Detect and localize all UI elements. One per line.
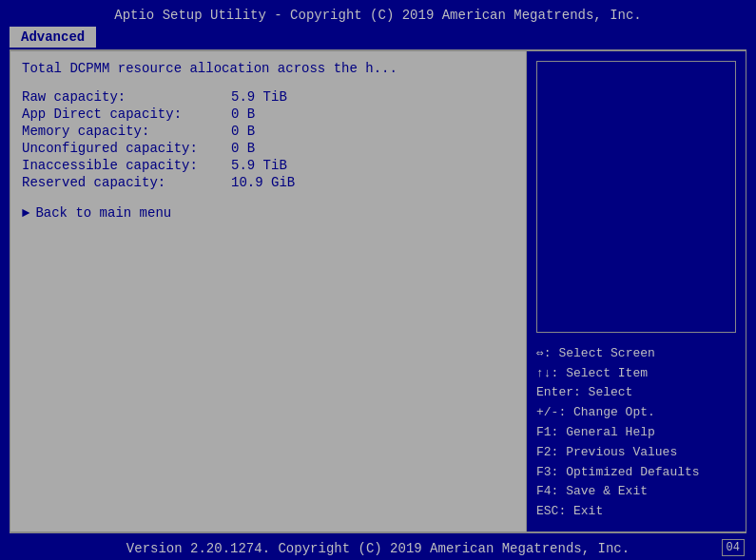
left-panel: Total DCPMM resource allocation across t… [10,51,527,531]
table-row: Memory capacity:0 B [22,124,514,139]
tab-advanced[interactable]: Advanced [10,27,96,48]
table-row: Inaccessible capacity:5.9 TiB [22,158,514,173]
keybinding-item: ⇔: Select Screen [536,344,736,364]
bottom-divider [10,532,746,533]
back-menu-label: Back to main menu [35,205,171,221]
capacity-label: App Direct capacity: [22,106,231,122]
table-row: Reserved capacity:10.9 GiB [22,175,514,190]
capacity-value: 5.9 TiB [231,158,287,173]
right-panel: ⇔: Select Screen↑↓: Select ItemEnter: Se… [527,51,746,531]
keybinding-item: ESC: Exit [536,502,736,522]
version-badge: 04 [722,539,745,556]
capacity-value: 5.9 TiB [231,89,287,105]
capacity-label: Raw capacity: [22,89,231,105]
capacity-value: 0 B [231,141,255,156]
keybinding-item: +/-: Change Opt. [536,403,736,423]
back-to-main-menu[interactable]: ► Back to main menu [22,205,514,221]
footer-bar: Version 2.20.1274. Copyright (C) 2019 Am… [0,535,756,560]
bios-screen: Aptio Setup Utility - Copyright (C) 2019… [0,0,756,560]
capacity-label: Unconfigured capacity: [22,141,231,156]
capacity-table: Raw capacity:5.9 TiBApp Direct capacity:… [22,89,514,190]
capacity-label: Reserved capacity: [22,175,231,190]
keybinding-item: F2: Previous Values [536,443,736,463]
section-title: Total DCPMM resource allocation across t… [22,61,514,76]
capacity-label: Memory capacity: [22,124,231,139]
capacity-value: 0 B [231,124,255,139]
main-content: Total DCPMM resource allocation across t… [10,50,746,532]
menu-arrow-icon: ► [22,205,29,221]
table-row: Unconfigured capacity:0 B [22,141,514,156]
footer-version: Version 2.20.1274. Copyright (C) 2019 Am… [126,541,630,556]
keybinding-item: F3: Optimized Defaults [536,463,736,483]
tab-bar: Advanced [0,27,756,48]
capacity-label: Inaccessible capacity: [22,158,231,173]
keybinding-item: F4: Save & Exit [536,482,736,502]
keybinding-item: Enter: Select [536,383,736,403]
table-row: App Direct capacity:0 B [22,106,514,122]
table-row: Raw capacity:5.9 TiB [22,89,514,105]
help-box [536,61,736,333]
header-bar: Aptio Setup Utility - Copyright (C) 2019… [0,0,756,27]
header-title: Aptio Setup Utility - Copyright (C) 2019… [114,8,642,23]
keybinding-item: F1: General Help [536,423,736,443]
keybinding-item: ↑↓: Select Item [536,364,736,384]
capacity-value: 0 B [231,106,255,122]
capacity-value: 10.9 GiB [231,175,295,190]
keybindings: ⇔: Select Screen↑↓: Select ItemEnter: Se… [536,340,736,522]
